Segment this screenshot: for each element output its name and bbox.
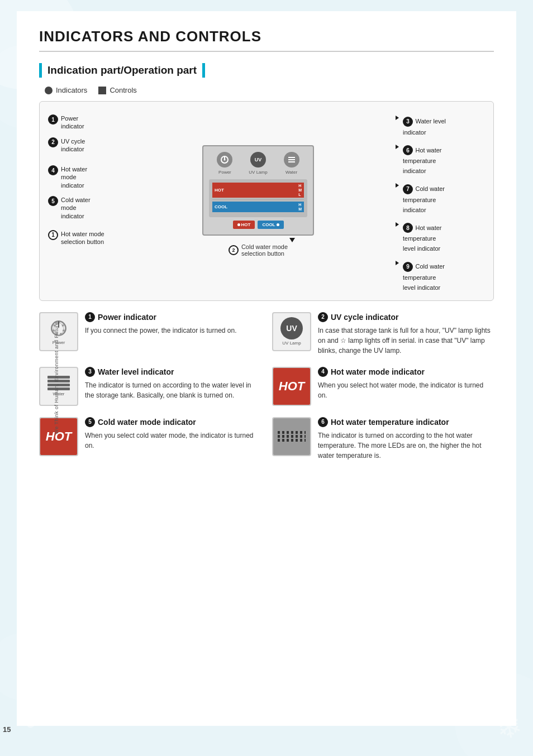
device-bottom-row: HOT COOL: [209, 221, 307, 229]
btn-cool[interactable]: COOL: [258, 221, 283, 229]
legend-controls: Controls: [98, 86, 136, 94]
label-uv-cycle: 2 UV cycleindicator: [48, 137, 121, 154]
hot-level-bars: H M L: [298, 184, 302, 197]
heading-bar-right: [202, 63, 205, 78]
btn-cool-dot: [277, 223, 279, 226]
temp-bar-3: [278, 439, 306, 442]
svg-rect-4: [288, 159, 295, 160]
power-title: Power indicator: [98, 313, 156, 322]
label-hot-level: 8 Hot watertemperaturelevel indicator: [396, 222, 485, 253]
uv-cycle-text: UV cycleindicator: [61, 137, 85, 154]
legend-indicators: Indicators: [45, 86, 87, 94]
uv-label: UV Lamp: [249, 170, 267, 175]
btn-cool-label: COOL: [262, 222, 275, 227]
info-text-cold-mode: 5 Cold water mode indicator When you sel…: [85, 417, 261, 451]
info-text-water: 3 Water level indicator The indicator is…: [85, 367, 261, 400]
power-label: Power: [218, 170, 231, 175]
arrow-7: [396, 183, 399, 188]
info-card-hot-mode: HOT 4 Hot water mode indicator When you …: [272, 367, 494, 406]
legend-dot-circle: [45, 87, 53, 94]
info-badge-2: 2: [318, 312, 328, 322]
svg-point-10: [60, 333, 62, 335]
cold-mode-text: Cold watermodeindicator: [61, 196, 91, 220]
arrow-9: [396, 261, 399, 265]
uv-title: UV cycle indicator: [331, 313, 398, 322]
section-heading-text: Indication part/Operation part: [47, 64, 197, 76]
badge-3: 3: [403, 117, 413, 127]
btn-hot[interactable]: HOT: [233, 221, 255, 229]
hot-mode-text: Hot watermodeindicator: [61, 165, 87, 189]
heading-bar-left: [39, 63, 42, 78]
info-card-power: Power 1 Power indicator If you connect t…: [39, 312, 261, 356]
info-badge-5: 5: [85, 417, 95, 427]
water-desc: The indicator is turned on according to …: [85, 380, 261, 400]
cold-selection-label: Cold water modeselection button: [241, 243, 288, 257]
svg-point-2: [224, 159, 226, 160]
cold-mode-desc: When you select cold water mode, the ind…: [85, 430, 261, 451]
label-cold-temp-ind: 7 Cold watertemperatureindicator: [396, 183, 485, 214]
icon-box-temp: [272, 417, 311, 456]
legend-dot-square: [98, 87, 106, 94]
info-text-uv: 2 UV cycle indicator In case that storag…: [318, 312, 494, 356]
icon-box-uv: UV UV Lamp: [272, 312, 311, 351]
label-cold-mode: 5 Cold watermodeindicator: [48, 196, 121, 220]
info-badge-3: 3: [85, 367, 95, 377]
label-hot-mode: 4 Hot watermodeindicator: [48, 165, 121, 189]
center-device: Power UV UV Lamp: [126, 110, 390, 292]
info-text-hot-mode: 4 Hot water mode indicator When you sele…: [318, 367, 494, 400]
uv-card-label: UV Lamp: [282, 341, 301, 346]
btn-hot-dot: [237, 223, 240, 226]
left-labels: 1 Powerindicator 2 UV cycleindicator 4 H…: [48, 110, 121, 292]
device-hot-section: HOT H M L: [212, 183, 304, 198]
device-cool-section: COOL H M: [212, 202, 304, 212]
svg-rect-3: [288, 157, 295, 158]
info-grid: Power 1 Power indicator If you connect t…: [39, 312, 494, 461]
badge-1: 1: [48, 114, 58, 125]
arrow-8: [396, 222, 399, 227]
badge-4: 4: [48, 165, 58, 175]
arrow-3: [396, 116, 399, 120]
legend-indicators-label: Indicators: [56, 86, 87, 94]
diagram-container: 1 Powerindicator 2 UV cycleindicator 4 H…: [39, 101, 494, 301]
temp-bar-2: [278, 435, 306, 438]
info-text-power: 1 Power indicator If you connect the pow…: [85, 312, 237, 336]
badge-5: 5: [48, 196, 58, 206]
hot-mode-desc: When you select hot water mode, the indi…: [318, 380, 494, 400]
device-uv-icon: UV UV Lamp: [249, 152, 267, 175]
info-badge-1: 1: [85, 312, 95, 322]
power-desc: If you connect the power, the indicator …: [85, 326, 237, 336]
info-badge-6: 6: [318, 417, 328, 427]
info-card-uv: UV UV Lamp 2 UV cycle indicator In case …: [272, 312, 494, 356]
info-badge-4: 4: [318, 367, 328, 377]
btn-hot-label: HOT: [241, 222, 251, 227]
label-water-level: 3 Water levelindicator: [396, 116, 485, 137]
svg-rect-5: [288, 161, 295, 162]
info-card-water: Water 3 Water level indicator The indica…: [39, 367, 261, 406]
device-uv-circle: UV: [250, 152, 266, 168]
badge-8: 8: [403, 223, 413, 233]
page-number: 15: [3, 725, 11, 734]
temp-bar-1: [278, 431, 306, 434]
label-hot-temp-ind: 6 Hot watertemperatureindicator: [396, 145, 485, 176]
info-card-cold-mode: HOT 5 Cold water mode indicator When you…: [39, 417, 261, 461]
device-body: HOT H M L COOL H: [209, 179, 307, 217]
uv-desc: In case that storage tank is full for a …: [318, 326, 494, 356]
badge-7: 7: [403, 184, 413, 194]
device-power-icon: Power: [217, 152, 232, 175]
legend-controls-label: Controls: [110, 86, 136, 94]
water-title: Water level indicator: [98, 367, 174, 376]
hot-mode-title: Hot water mode indicator: [331, 367, 425, 376]
device-top-row: Power UV UV Lamp: [209, 152, 307, 175]
svg-point-8: [62, 324, 64, 327]
power-indicator-text: Powerindicator: [61, 114, 84, 131]
device-panel: Power UV UV Lamp: [202, 145, 314, 236]
badge-6: 6: [403, 145, 413, 155]
legend: Indicators Controls: [45, 86, 494, 94]
badge-2-outline: 2: [229, 245, 239, 255]
temp-bars-icon: [275, 428, 308, 444]
badge-2: 2: [48, 137, 58, 147]
cold-mode-title: Cold water mode indicator: [98, 418, 196, 427]
arrow-6: [396, 145, 399, 149]
icon-box-hot: HOT: [272, 367, 311, 406]
page-title: INDICATORS AND CONTROLS: [39, 28, 494, 52]
